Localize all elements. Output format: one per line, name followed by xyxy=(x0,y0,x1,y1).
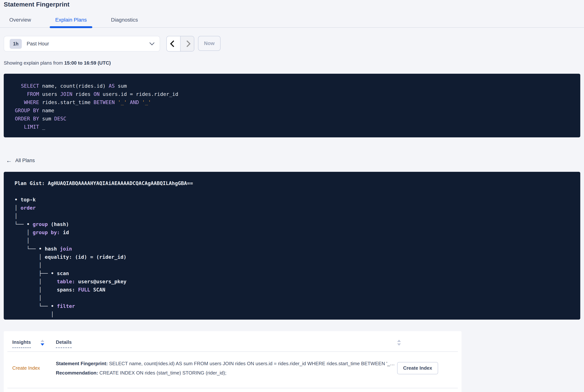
time-range-label: Past Hour xyxy=(26,41,150,47)
insight-details-cell: Statement Fingerprint: SELECT name, coun… xyxy=(56,359,397,378)
tab-bar: Overview Explain Plans Diagnostics xyxy=(0,14,584,28)
code-line: └── • hash join xyxy=(14,245,580,253)
code-line: │ xyxy=(14,236,580,245)
code-line: └── • group (hash) xyxy=(14,220,580,228)
code-line: ├── • scan xyxy=(14,269,580,278)
insights-column-label: Insights xyxy=(12,339,31,348)
code-line: ORDER BY sum DESC xyxy=(15,115,580,123)
code-line: │ order xyxy=(14,204,580,212)
time-range-dropdown[interactable]: 1h Past Hour xyxy=(4,36,160,52)
sort-desc-icon xyxy=(40,344,44,346)
plan-gist-box: Plan Gist: AgHUAQIABQAAAAHYAQIAiAEAAAADC… xyxy=(4,172,580,320)
next-range-button[interactable] xyxy=(180,36,194,51)
code-line: │ xyxy=(14,212,580,220)
detail-label: Recommendation: xyxy=(56,370,98,376)
column-header-details[interactable]: Details xyxy=(56,339,453,348)
statement-fingerprint-line: Statement Fingerprint: SELECT name, coun… xyxy=(56,359,390,368)
create-index-button[interactable]: Create Index xyxy=(397,362,438,374)
details-column-label: Details xyxy=(56,339,72,348)
code-line xyxy=(14,188,580,196)
time-range-stepper xyxy=(166,36,194,52)
showing-range-text: Showing explain plans from 15:00 to 16:5… xyxy=(4,60,584,66)
code-line: │ xyxy=(14,294,580,302)
code-line: GROUP BY name xyxy=(15,106,580,115)
code-line: │ xyxy=(14,318,580,320)
sort-icon[interactable] xyxy=(397,339,401,346)
code-line: │ xyxy=(14,310,580,318)
chevron-down-icon xyxy=(149,40,154,45)
sort-desc-icon xyxy=(397,344,401,346)
plan-gist-code: Plan Gist: AgHUAQIABQAAAAHYAQIAiAEAAAADC… xyxy=(14,179,580,320)
showing-range: 15:00 to 16:59 (UTC) xyxy=(64,60,111,66)
code-line: │ equality: (id) = (rider_id) xyxy=(14,253,580,261)
page-title: Statement Fingerprint xyxy=(4,1,584,8)
code-line: │ group by: id xyxy=(14,228,580,236)
back-arrow-icon: ← xyxy=(6,157,12,164)
code-line: LIMIT _ xyxy=(15,123,580,131)
time-range-badge: 1h xyxy=(10,39,22,49)
table-row: Create Index Statement Fingerprint: SELE… xyxy=(4,352,462,384)
chevron-right-icon xyxy=(184,40,191,47)
insight-action-cell: Create Index xyxy=(397,362,438,374)
row-divider xyxy=(7,388,458,388)
all-plans-link[interactable]: ← All Plans xyxy=(6,158,35,164)
all-plans-label: All Plans xyxy=(15,158,35,164)
sort-asc-icon xyxy=(40,340,44,342)
previous-range-button[interactable] xyxy=(167,36,180,51)
code-line: │ xyxy=(14,261,580,269)
code-line: FROM users JOIN rides ON users.id = ride… xyxy=(15,90,580,98)
sort-icon[interactable] xyxy=(40,339,44,346)
tab-explain-plans[interactable]: Explain Plans xyxy=(50,14,92,27)
code-line: │ table: users@users_pkey xyxy=(14,278,580,286)
now-button[interactable]: Now xyxy=(198,36,221,51)
column-header-insights[interactable]: Insights xyxy=(12,339,56,348)
insights-table-header: Insights Details xyxy=(4,331,462,348)
detail-label: Statement Fingerprint: xyxy=(56,361,108,366)
recommendation-line: Recommendation: CREATE INDEX ON rides (s… xyxy=(56,368,390,378)
code-line: WHERE rides.start_time BETWEEN '_' AND '… xyxy=(15,98,580,106)
sort-asc-icon xyxy=(397,340,401,342)
code-line: • top-k xyxy=(14,196,580,204)
tab-diagnostics[interactable]: Diagnostics xyxy=(105,14,143,27)
chevron-left-icon xyxy=(170,40,177,47)
code-line: Plan Gist: AgHUAQIABQAAAAHYAQIAiAEAAAADC… xyxy=(14,179,580,188)
insight-type-link[interactable]: Create Index xyxy=(12,365,56,371)
statement-fingerprint-page: Statement Fingerprint Overview Explain P… xyxy=(0,0,584,392)
code-line: SELECT name, count(rides.id) AS sum xyxy=(15,82,580,90)
tab-overview[interactable]: Overview xyxy=(4,14,37,27)
sql-statement-box: SELECT name, count(rides.id) AS sum FROM… xyxy=(4,74,580,137)
sql-statement-code: SELECT name, count(rides.id) AS sum FROM… xyxy=(15,82,580,131)
detail-text: SELECT name, count(rides.id) AS sum FROM… xyxy=(108,361,395,366)
code-line: │ spans: FULL SCAN xyxy=(14,286,580,294)
time-controls: 1h Past Hour Now xyxy=(4,36,584,52)
code-line: └── • filter xyxy=(14,302,580,310)
detail-text: CREATE INDEX ON rides (start_time) STORI… xyxy=(98,370,226,376)
insights-card: Insights Details Create Index Statement … xyxy=(4,331,462,392)
showing-prefix: Showing explain plans from xyxy=(4,60,64,66)
